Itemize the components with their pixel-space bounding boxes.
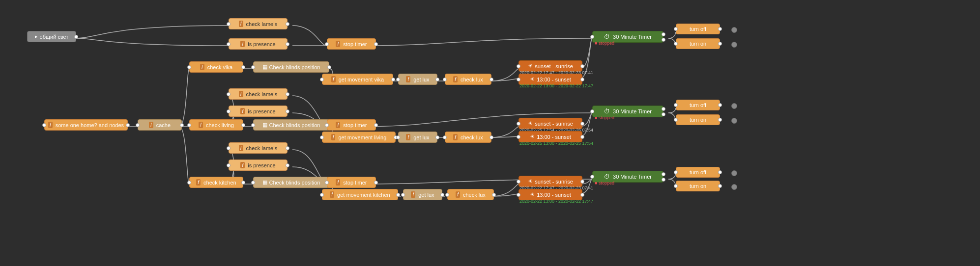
input-port[interactable] <box>443 78 447 81</box>
input-port[interactable] <box>590 109 594 113</box>
get-movement-vika-node[interactable]: f get movement vika <box>322 74 393 85</box>
input-port[interactable] <box>674 118 678 122</box>
output-port[interactable] <box>580 78 584 81</box>
input-port[interactable] <box>187 123 191 127</box>
input-port[interactable] <box>674 184 678 188</box>
output-port-top[interactable] <box>662 32 665 36</box>
output-port[interactable] <box>435 135 439 139</box>
input-port[interactable] <box>42 123 46 127</box>
input-port[interactable] <box>674 27 678 31</box>
output-port[interactable] <box>241 181 245 185</box>
input-port[interactable] <box>396 135 400 139</box>
check-vika-node[interactable]: f check vika <box>189 61 243 73</box>
input-port[interactable] <box>517 135 520 139</box>
input-port[interactable] <box>187 65 191 69</box>
turn-off-3-node[interactable]: turn off <box>676 167 720 178</box>
check-living-node[interactable]: f check living <box>189 119 243 131</box>
output-port[interactable] <box>580 135 584 139</box>
output-port[interactable] <box>286 109 289 113</box>
input-port[interactable] <box>517 78 520 81</box>
check-lux-3-node[interactable]: f check lux <box>447 189 494 200</box>
input-port[interactable] <box>590 35 594 39</box>
output-port[interactable] <box>327 65 331 69</box>
get-lux-2-node[interactable]: f get lux <box>398 132 437 143</box>
input-port[interactable] <box>187 181 191 185</box>
output-port[interactable] <box>718 103 722 107</box>
output-port[interactable] <box>374 42 378 46</box>
output-port[interactable] <box>580 122 584 126</box>
input-port[interactable] <box>251 123 255 127</box>
output-port[interactable] <box>440 193 444 197</box>
check-lamels-3-node[interactable]: f check lamels <box>229 142 288 154</box>
check-kitchen-node[interactable]: f check kitchen <box>189 177 243 188</box>
stop-timer-3-node[interactable]: f stop timer <box>327 177 376 188</box>
output-port[interactable] <box>580 193 584 197</box>
input-port[interactable] <box>674 103 678 107</box>
input-port[interactable] <box>320 135 324 139</box>
output-port[interactable] <box>286 163 289 167</box>
get-movement-living-node[interactable]: f get movement living <box>322 132 396 143</box>
check-lamels-2-node[interactable]: f check lamels <box>229 88 288 100</box>
output-port[interactable] <box>718 184 722 188</box>
input-port[interactable] <box>517 64 520 68</box>
turn-on-2-node[interactable]: turn on <box>676 114 720 125</box>
input-port[interactable] <box>396 78 400 81</box>
is-presence-2-node[interactable]: f is presence <box>229 106 288 117</box>
output-port[interactable] <box>396 193 400 197</box>
output-port[interactable] <box>718 42 722 46</box>
output-port[interactable] <box>286 42 289 46</box>
cache-node[interactable]: f cache <box>138 119 182 131</box>
is-presence-3-node[interactable]: f is presence <box>229 160 288 171</box>
input-port[interactable] <box>674 42 678 46</box>
input-port[interactable] <box>227 92 231 96</box>
output-port[interactable] <box>490 78 493 81</box>
output-port[interactable] <box>718 118 722 122</box>
input-port[interactable] <box>227 146 231 150</box>
turn-on-1-node[interactable]: turn on <box>676 38 720 49</box>
turn-off-2-node[interactable]: turn off <box>676 100 720 110</box>
output-port[interactable] <box>74 35 78 39</box>
output-port[interactable] <box>718 170 722 174</box>
check-blinds-vika-node[interactable]: ▦ Check blinds position <box>253 61 329 73</box>
input-port[interactable] <box>517 193 520 197</box>
output-port[interactable] <box>374 181 378 185</box>
output-port[interactable] <box>241 123 245 127</box>
output-port-top[interactable] <box>662 107 665 111</box>
input-port[interactable] <box>136 123 140 127</box>
input-port[interactable] <box>443 135 447 139</box>
output-port[interactable] <box>490 135 493 139</box>
input-port[interactable] <box>401 193 405 197</box>
input-port[interactable] <box>325 181 329 185</box>
output-port[interactable] <box>580 180 584 184</box>
output-port-bottom[interactable] <box>662 38 665 42</box>
check-lamels-1-node[interactable]: f check lamels <box>229 18 288 29</box>
output-port[interactable] <box>718 27 722 31</box>
output-port-top[interactable] <box>662 172 665 176</box>
output-port[interactable] <box>286 146 289 150</box>
turn-off-1-node[interactable]: turn off <box>676 24 720 34</box>
input-port[interactable] <box>227 163 231 167</box>
output-port[interactable] <box>492 193 496 197</box>
input-port[interactable] <box>325 123 329 127</box>
input-port[interactable] <box>674 170 678 174</box>
общий-свет-node[interactable]: ▸ общий свет <box>27 31 76 42</box>
get-movement-kitchen-node[interactable]: f get movement kitchen <box>322 189 398 200</box>
input-port[interactable] <box>227 42 231 46</box>
input-port[interactable] <box>227 22 231 26</box>
output-port[interactable] <box>435 78 439 81</box>
some-one-home-node[interactable]: f some one home? and nodes <box>44 119 128 131</box>
is-presence-1-node[interactable]: f is presence <box>229 38 288 50</box>
output-port[interactable] <box>241 65 245 69</box>
get-lux-3-node[interactable]: f get lux <box>403 189 442 200</box>
output-port[interactable] <box>391 78 395 81</box>
input-port[interactable] <box>251 65 255 69</box>
check-lux-1-node[interactable]: f check lux <box>445 74 491 85</box>
input-port[interactable] <box>445 193 449 197</box>
input-port[interactable] <box>517 122 520 126</box>
output-port[interactable] <box>286 92 289 96</box>
input-port[interactable] <box>325 42 329 46</box>
input-port[interactable] <box>320 78 324 81</box>
input-port[interactable] <box>251 181 255 185</box>
turn-on-3-node[interactable]: turn on <box>676 181 720 191</box>
check-blinds-living-node[interactable]: ▦ Check blinds position <box>253 119 329 131</box>
